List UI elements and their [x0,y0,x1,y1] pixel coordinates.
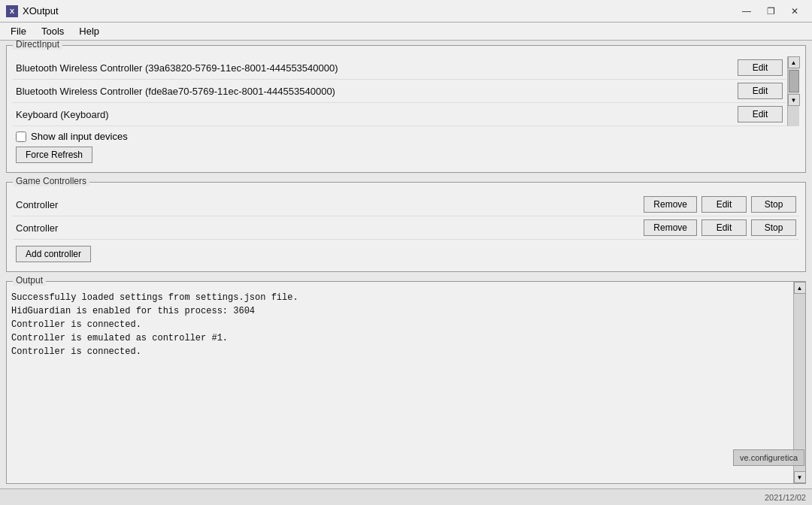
title-controls: — ❐ ✕ [735,3,806,20]
window-title: XOutput [23,5,735,17]
game-controllers-section: Game Controllers Controller Remove Edit … [6,182,806,272]
output-line-0: Successfully loaded settings from settin… [11,291,789,304]
watermark: ve.configuretica [733,449,804,466]
remove-button-1[interactable]: Remove [644,219,697,236]
add-controller-button[interactable]: Add controller [16,246,91,262]
controller-name-1: Controller [16,222,58,234]
timestamp: 2021/12/02 [765,493,806,502]
main-content: DirectInput Bluetooth Wireless Controlle… [0,41,812,488]
gc-edit-button-0[interactable]: Edit [701,196,747,213]
output-content: Successfully loaded settings from settin… [7,282,805,483]
scroll-up-arrow[interactable]: ▲ [788,56,800,68]
close-button[interactable]: ✕ [783,3,806,20]
stop-button-1[interactable]: Stop [751,219,796,236]
output-line-1: HidGuardian is enabled for this process:… [11,304,789,318]
directinput-section: DirectInput Bluetooth Wireless Controlle… [6,45,806,173]
output-section: Output Successfully loaded settings from… [6,281,806,484]
minimize-button[interactable]: — [735,3,758,20]
output-line-4: Controller is connected. [11,345,789,358]
show-all-label: Show all input devices [31,131,128,142]
game-controllers-label: Game Controllers [13,176,89,186]
device-name-1: Bluetooth Wireless Controller (fde8ae70-… [16,86,335,97]
app-icon: X [6,5,18,17]
controller-row-0: Controller Remove Edit Stop [13,193,799,216]
gc-edit-button-1[interactable]: Edit [701,219,747,236]
output-scroll-down[interactable]: ▼ [794,471,806,483]
device-row-2: Keyboard (Keyboard) Edit [13,103,786,126]
show-all-checkbox[interactable] [16,132,26,142]
device-name-0: Bluetooth Wireless Controller (39a63820-… [16,62,338,74]
menu-help[interactable]: Help [71,23,107,40]
controller-name-0: Controller [16,199,58,210]
edit-button-1[interactable]: Edit [738,83,783,99]
directinput-scrollbar[interactable]: ▲ ▼ [787,56,799,126]
device-row-0: Bluetooth Wireless Controller (39a63820-… [13,56,786,80]
force-refresh-button[interactable]: Force Refresh [16,147,92,163]
title-bar: X XOutput — ❐ ✕ [0,0,812,23]
device-name-2: Keyboard (Keyboard) [16,109,109,120]
controller-btns-0: Remove Edit Stop [644,196,796,213]
status-bar: 2021/12/02 [0,488,812,505]
menu-bar: File Tools Help [0,23,812,41]
edit-button-0[interactable]: Edit [738,59,783,76]
device-row-1: Bluetooth Wireless Controller (fde8ae70-… [13,80,786,103]
scroll-down-arrow[interactable]: ▼ [788,94,800,106]
remove-button-0[interactable]: Remove [644,196,697,213]
stop-button-0[interactable]: Stop [751,196,796,213]
add-controller-row: Add controller [13,240,799,265]
show-all-row: Show all input devices [13,126,799,145]
controller-btns-1: Remove Edit Stop [644,219,796,236]
restore-button[interactable]: ❐ [759,3,782,20]
menu-file[interactable]: File [3,23,34,40]
output-line-2: Controller is connected. [11,318,789,331]
output-line-3: Controller is emulated as controller #1. [11,331,789,345]
directinput-label: DirectInput [13,41,62,50]
menu-tools[interactable]: Tools [34,23,71,40]
output-scroll-up[interactable]: ▲ [794,282,806,294]
edit-button-2[interactable]: Edit [738,106,783,122]
scroll-thumb[interactable] [789,70,799,92]
controller-row-1: Controller Remove Edit Stop [13,216,799,240]
